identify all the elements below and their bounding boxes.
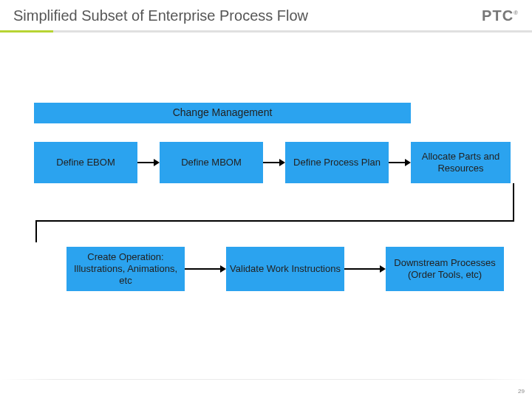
logo-registered-icon: ® [514, 10, 519, 16]
box-create-operation: Create Operation: Illustrations, Animati… [66, 247, 185, 291]
slide-title: Simplified Subset of Enterprise Process … [13, 7, 308, 24]
arrow-head-icon [220, 265, 226, 273]
arrow-head-icon [154, 159, 160, 166]
footer-divider [0, 379, 532, 380]
box-change-management: Change Management [34, 103, 411, 123]
box-validate-work-instructions: Validate Work Instructions [226, 247, 344, 291]
box-allocate-parts: Allocate Parts and Resources [411, 142, 511, 183]
ptc-logo: PTC® [482, 7, 519, 24]
arrow-head-icon [380, 265, 386, 273]
arrow-return-down [35, 220, 37, 242]
logo-text: PTC [482, 7, 514, 24]
arrow-head-icon [405, 159, 411, 166]
arrow-return-line [35, 220, 514, 222]
arrow-ebom-to-mbom [137, 162, 154, 163]
arrow-process-plan-to-allocate [389, 162, 405, 163]
arrow-allocate-down [513, 183, 514, 222]
page-number: 29 [518, 388, 525, 395]
diagram-stage: Change Management Define EBOM Define MBO… [0, 33, 532, 387]
box-define-process-plan: Define Process Plan [285, 142, 389, 183]
arrow-validate-to-downstream [344, 268, 380, 270]
slide-header: Simplified Subset of Enterprise Process … [0, 0, 532, 30]
box-define-ebom: Define EBOM [34, 142, 137, 183]
arrow-create-to-validate [185, 268, 220, 270]
box-downstream-processes: Downstream Processes (Order Tools, etc) [386, 247, 504, 291]
arrow-head-icon [279, 159, 285, 166]
box-define-mbom: Define MBOM [160, 142, 263, 183]
arrow-mbom-to-process-plan [263, 162, 279, 163]
